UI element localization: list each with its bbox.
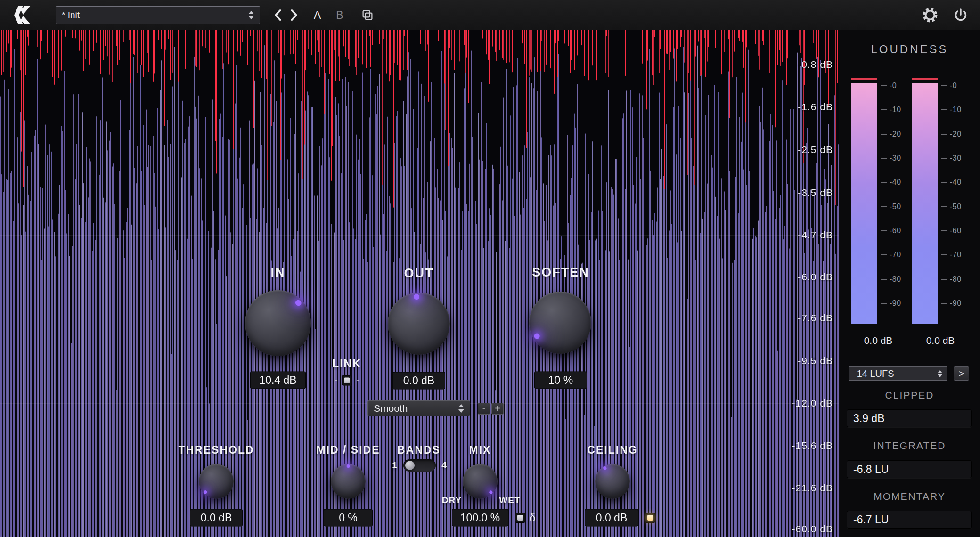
meter-tick: -70 (941, 251, 967, 259)
copy-preset-button[interactable] (360, 8, 375, 22)
midside-value[interactable]: 0 % (324, 509, 373, 527)
meter-left-readout: 0.0 dB (864, 335, 893, 346)
out-value[interactable]: 0.0 dB (392, 372, 445, 390)
app-logo (10, 5, 38, 25)
integrated-label: INTEGRATED (839, 440, 980, 451)
soften-label: SOFTEN (532, 265, 589, 280)
db-scale-label: -2.5 dB (798, 144, 833, 155)
momentary-label: MOMENTARY (839, 491, 980, 502)
threshold-label: THRESHOLD (178, 444, 254, 456)
meter-tick: -60 (941, 227, 967, 235)
link-toggle-led (344, 377, 350, 383)
clipped-label: CLIPPED (839, 390, 980, 401)
mode-minus-button[interactable]: - (478, 403, 490, 415)
mode-select[interactable]: Smooth (368, 400, 470, 416)
delta-symbol: δ (529, 511, 535, 524)
mix-wet-label: WET (499, 495, 520, 505)
mix-label: MIX (469, 444, 491, 456)
meter-tick: -90 (941, 300, 967, 307)
db-scale-label: -0.8 dB (798, 59, 833, 70)
lufs-target-value: -14 LUFS (854, 368, 894, 379)
out-knob[interactable] (388, 293, 450, 355)
meter-tick: -70 (881, 251, 907, 259)
db-scale-label: -12.0 dB (792, 398, 833, 409)
mix-delta-led (517, 515, 523, 521)
link-toggle[interactable] (342, 375, 352, 385)
chevron-left-icon (273, 8, 283, 22)
loudness-meter-right (912, 83, 938, 324)
plugin-window: * Init A B (0, 0, 980, 537)
gear-icon (922, 7, 939, 24)
midside-knob[interactable] (331, 464, 366, 499)
power-button[interactable] (953, 7, 969, 23)
in-knob[interactable] (245, 290, 311, 356)
soften-value[interactable]: 10 % (534, 372, 587, 389)
link-label: LINK (332, 358, 361, 370)
meter-tick: -40 (881, 179, 907, 186)
knob-pointer (331, 464, 366, 499)
ceiling-value[interactable]: 0.0 dB (585, 509, 638, 527)
meter-tick: -30 (941, 155, 967, 162)
settings-button[interactable] (922, 7, 939, 24)
meter-tick: -80 (881, 276, 907, 283)
integrated-value: -6.8 LU (847, 460, 972, 478)
bands-label: BANDS (397, 444, 441, 456)
bands-switch-knob (405, 461, 415, 470)
preset-spinner-icon (248, 11, 254, 19)
in-label: IN (271, 265, 286, 280)
ab-compare-b-button[interactable]: B (336, 9, 343, 22)
clip-indicator-right (912, 78, 938, 80)
db-scale-label: -4.7 dB (798, 229, 833, 241)
bands-max-label: 4 (441, 460, 447, 471)
threshold-value[interactable]: 0.0 dB (190, 509, 243, 527)
topbar: * Init A B (0, 0, 980, 30)
soften-knob[interactable] (529, 292, 591, 354)
loudness-title: LOUDNESS (839, 43, 980, 56)
db-scale-label: -15.6 dB (792, 440, 833, 451)
lufs-target-select[interactable]: -14 LUFS (849, 366, 947, 381)
lufs-spinner-icon (938, 370, 942, 377)
meter-tick: -40 (941, 179, 967, 186)
mode-plus-button[interactable]: + (491, 403, 504, 415)
mix-value[interactable]: 100.0 % (452, 509, 508, 527)
ceiling-truepeak-toggle[interactable] (645, 513, 655, 523)
meter-tick: -50 (881, 203, 907, 211)
link-control: - - (334, 375, 359, 386)
bands-switch[interactable] (403, 459, 436, 472)
preset-name: * Init (62, 10, 80, 20)
meter-tick: -20 (941, 130, 967, 138)
meter-tick: -0 (941, 82, 967, 90)
chevron-right-icon (289, 8, 299, 22)
bands-min-label: 1 (392, 460, 398, 471)
meter-tick: -60 (881, 227, 907, 235)
ceiling-knob[interactable] (595, 464, 630, 499)
meter-tick: -10 (881, 106, 907, 114)
in-value[interactable]: 10.4 dB (250, 372, 306, 389)
midside-label: MID / SIDE (316, 444, 380, 456)
meter-right-readout: 0.0 dB (926, 335, 955, 346)
copy-icon (360, 8, 375, 22)
loudness-panel: LOUDNESS -0-10-20-30-40-50-60-70-80-90 -… (839, 30, 980, 537)
k-logo-icon (10, 6, 35, 24)
lufs-expand-button[interactable]: > (954, 366, 969, 381)
waveform-panel: -0.8 dB-1.6 dB-2.5 dB-3.5 dB-4.7 dB-6.0 … (0, 30, 839, 537)
db-scale-label: -9.5 dB (798, 355, 833, 366)
db-scale-label: -6.0 dB (798, 271, 833, 283)
ab-compare-a-button[interactable]: A (314, 9, 321, 22)
db-scale-label: -60.0 dB (792, 523, 833, 535)
next-preset-button[interactable] (289, 8, 299, 22)
mix-delta-toggle[interactable] (515, 513, 525, 523)
loudness-meter-left (851, 83, 877, 324)
preset-select[interactable]: * Init (56, 6, 260, 24)
meter-scale: -0-10-20-30-40-50-60-70-80-90 (941, 82, 967, 307)
out-label: OUT (404, 266, 434, 281)
prev-preset-button[interactable] (273, 8, 283, 22)
threshold-knob[interactable] (199, 464, 234, 499)
mix-knob[interactable] (463, 464, 498, 499)
meter-tick: -50 (941, 203, 967, 211)
power-icon (953, 7, 969, 23)
mode-spinner-icon (458, 404, 464, 413)
meter-scale: -0-10-20-30-40-50-60-70-80-90 (881, 82, 907, 307)
db-scale-label: -3.5 dB (798, 187, 833, 198)
meter-tick: -10 (941, 106, 967, 114)
